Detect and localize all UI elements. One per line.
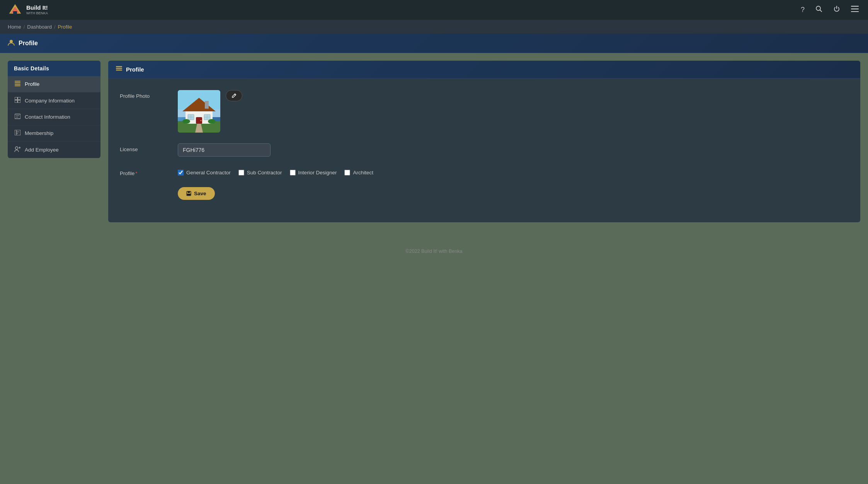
svg-rect-50 bbox=[187, 194, 191, 195]
logo-subtitle: WITH BENKA bbox=[26, 11, 48, 15]
logo-title: Build It! bbox=[26, 4, 48, 11]
sidebar-item-contact[interactable]: Contact Information bbox=[8, 109, 100, 125]
svg-rect-16 bbox=[18, 100, 20, 103]
logo-area: Build It! WITH BENKA bbox=[8, 3, 48, 17]
svg-rect-29 bbox=[116, 70, 122, 71]
sidebar-item-company[interactable]: Company Information bbox=[8, 92, 100, 109]
help-button[interactable]: ? bbox=[799, 4, 806, 15]
house-svg bbox=[178, 90, 220, 133]
interior-designer-label: Interior Designer bbox=[298, 170, 337, 176]
save-row: Save bbox=[120, 187, 849, 200]
svg-rect-28 bbox=[116, 68, 122, 69]
search-button[interactable] bbox=[814, 4, 824, 16]
sidebar-item-add-employee[interactable]: Add Employee bbox=[8, 141, 100, 158]
svg-rect-14 bbox=[18, 97, 20, 100]
sidebar-header: Basic Details bbox=[8, 61, 100, 76]
license-row: License bbox=[120, 143, 849, 157]
license-input[interactable] bbox=[178, 143, 271, 157]
content-header: Profile bbox=[108, 61, 860, 78]
required-indicator: * bbox=[135, 170, 137, 176]
sidebar-item-company-label: Company Information bbox=[25, 98, 75, 104]
interior-designer-checkbox[interactable] bbox=[290, 170, 296, 176]
menu-button[interactable] bbox=[849, 4, 860, 15]
sidebar: Basic Details Profile bbox=[8, 61, 100, 158]
photo-area bbox=[178, 90, 242, 133]
main-container: Basic Details Profile bbox=[0, 53, 868, 230]
sub-contractor-option[interactable]: Sub Contractor bbox=[238, 170, 282, 176]
page-header-icon bbox=[8, 39, 15, 48]
svg-point-8 bbox=[10, 40, 13, 43]
page-header-title: Profile bbox=[19, 40, 38, 47]
svg-line-47 bbox=[235, 94, 236, 95]
svg-rect-10 bbox=[15, 82, 20, 83]
svg-rect-9 bbox=[15, 81, 20, 82]
svg-rect-20 bbox=[15, 130, 20, 135]
logo-icon bbox=[8, 3, 22, 17]
svg-point-45 bbox=[208, 119, 216, 124]
general-contractor-option[interactable]: General Contractor bbox=[178, 170, 231, 176]
svg-rect-15 bbox=[15, 100, 17, 103]
svg-rect-5 bbox=[851, 6, 859, 7]
sub-contractor-label: Sub Contractor bbox=[247, 170, 282, 176]
general-contractor-label: General Contractor bbox=[186, 170, 231, 176]
svg-rect-11 bbox=[15, 84, 20, 85]
sidebar-item-profile[interactable]: Profile bbox=[8, 76, 100, 92]
company-menu-icon bbox=[14, 97, 21, 104]
footer-text: ©2022 Build It! with Benka bbox=[406, 249, 463, 254]
svg-rect-49 bbox=[188, 191, 190, 193]
sub-contractor-checkbox[interactable] bbox=[238, 170, 244, 176]
page-header: Profile bbox=[0, 34, 868, 53]
top-nav: Build It! WITH BENKA ? bbox=[0, 0, 868, 20]
sidebar-item-membership-label: Membership bbox=[25, 130, 53, 136]
content-panel: Profile Profile Photo bbox=[108, 61, 860, 222]
interior-designer-option[interactable]: Interior Designer bbox=[290, 170, 337, 176]
breadcrumb-dashboard[interactable]: Dashboard bbox=[27, 24, 52, 30]
breadcrumb-home[interactable]: Home bbox=[8, 24, 21, 30]
edit-photo-button[interactable] bbox=[226, 90, 242, 101]
sidebar-item-add-employee-label: Add Employee bbox=[25, 147, 59, 153]
breadcrumb-sep1: / bbox=[24, 24, 25, 30]
footer: ©2022 Build It! with Benka bbox=[0, 242, 868, 261]
sidebar-item-membership[interactable]: Membership bbox=[8, 125, 100, 141]
svg-rect-12 bbox=[15, 85, 20, 86]
save-button[interactable]: Save bbox=[178, 187, 215, 200]
profile-photo-row: Profile Photo bbox=[120, 90, 849, 133]
sidebar-item-contact-label: Contact Information bbox=[25, 114, 70, 120]
svg-rect-27 bbox=[116, 66, 122, 67]
save-button-label: Save bbox=[194, 191, 206, 196]
svg-point-44 bbox=[182, 119, 190, 124]
profile-checkboxes-row: Profile* General Contractor Sub Contract… bbox=[120, 167, 849, 176]
svg-line-4 bbox=[820, 10, 822, 12]
svg-point-37 bbox=[201, 120, 202, 121]
contact-menu-icon bbox=[14, 114, 21, 120]
content-body: Profile Photo bbox=[108, 78, 860, 222]
logo-text-group: Build It! WITH BENKA bbox=[26, 5, 48, 15]
svg-rect-17 bbox=[15, 114, 20, 119]
svg-rect-2 bbox=[13, 11, 17, 14]
svg-rect-13 bbox=[15, 97, 17, 100]
membership-menu-icon bbox=[14, 130, 21, 136]
svg-rect-6 bbox=[851, 9, 859, 9]
sidebar-item-profile-label: Profile bbox=[25, 81, 39, 87]
add-employee-menu-icon bbox=[14, 146, 21, 153]
edit-icon bbox=[231, 93, 237, 98]
architect-checkbox[interactable] bbox=[344, 170, 350, 176]
architect-option[interactable]: Architect bbox=[344, 170, 373, 176]
save-label-spacer bbox=[120, 187, 170, 190]
general-contractor-checkbox[interactable] bbox=[178, 170, 184, 176]
power-button[interactable] bbox=[832, 4, 842, 16]
save-icon bbox=[186, 191, 191, 196]
content-header-icon bbox=[116, 66, 122, 73]
nav-icons-group: ? bbox=[799, 4, 860, 16]
profile-photo-label: Profile Photo bbox=[120, 90, 170, 99]
profile-checkbox-group: General Contractor Sub Contractor Interi… bbox=[178, 167, 373, 176]
profile-field-label: Profile* bbox=[120, 167, 170, 176]
svg-rect-7 bbox=[851, 11, 859, 12]
profile-photo-image bbox=[178, 90, 220, 133]
svg-point-24 bbox=[15, 147, 18, 150]
architect-label: Architect bbox=[353, 170, 373, 176]
breadcrumb-sep2: / bbox=[54, 24, 56, 30]
svg-rect-35 bbox=[205, 101, 209, 109]
profile-menu-icon bbox=[14, 81, 21, 87]
content-header-title: Profile bbox=[126, 66, 144, 73]
